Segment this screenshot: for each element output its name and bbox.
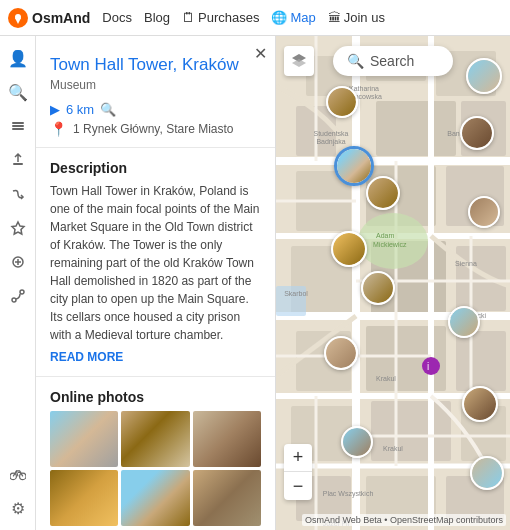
svg-marker-1 (15, 18, 21, 24)
photo-thumb-3[interactable] (193, 411, 261, 467)
description-text: Town Hall Tower in Kraków, Poland is one… (50, 182, 261, 344)
photos-section: Online photos SHOW ALL (97) (36, 381, 275, 530)
svg-rect-29 (456, 331, 506, 391)
svg-marker-71 (292, 59, 306, 67)
side-panel: ✕ Town Hall Tower, Kraków Museum ▶ 6 km … (36, 36, 276, 530)
sidebar-item-route[interactable] (4, 180, 32, 208)
svg-rect-5 (13, 163, 23, 165)
arrow-icon: ▶ (50, 102, 60, 117)
map-marker-4[interactable] (460, 116, 494, 150)
top-navigation: OsmAnd Docs Blog 🗒 Purchases 🌐 Map 🏛 Joi… (0, 0, 510, 36)
map-marker-9[interactable] (448, 306, 480, 338)
map-layers-button[interactable] (284, 46, 314, 76)
sidebar-item-profile[interactable]: 👤 (4, 44, 32, 72)
svg-text:Skarbol: Skarbol (284, 290, 308, 297)
svg-rect-2 (12, 122, 24, 124)
map-marker-11[interactable] (462, 386, 498, 422)
nav-join[interactable]: 🏛 Join us (328, 10, 385, 25)
logo-text: OsmAnd (32, 10, 90, 26)
distance-value: 6 km (66, 102, 94, 117)
description-section: Description Town Hall Tower in Kraków, P… (36, 152, 275, 372)
svg-text:Mickiewicz: Mickiewicz (373, 241, 407, 248)
map-label: Map (290, 10, 315, 25)
photo-thumb-5[interactable] (121, 470, 189, 526)
svg-point-56 (422, 357, 440, 375)
search-nearby-icon[interactable]: 🔍 (100, 102, 116, 117)
map-search-icon: 🔍 (347, 53, 364, 69)
map-marker-2[interactable] (326, 86, 358, 118)
svg-point-12 (10, 473, 16, 479)
icon-bar: 👤 🔍 ⚙ (0, 36, 36, 530)
svg-point-11 (20, 290, 24, 294)
sidebar-item-upload[interactable] (4, 146, 32, 174)
logo-icon (8, 8, 28, 28)
nav-purchases[interactable]: 🗒 Purchases (182, 10, 259, 25)
sidebar-item-track[interactable] (4, 282, 32, 310)
address-row: 📍 1 Rynek Główny, Stare Miasto (50, 121, 261, 137)
sidebar-item-favorites[interactable] (4, 214, 32, 242)
svg-rect-4 (12, 128, 24, 130)
svg-text:Adam: Adam (376, 232, 394, 239)
svg-rect-26 (456, 246, 506, 311)
location-pin-icon: 📍 (50, 121, 67, 137)
svg-text:Plac Wszystkich: Plac Wszystkich (323, 490, 374, 498)
sidebar-item-settings[interactable]: ⚙ (4, 494, 32, 522)
zoom-out-button[interactable]: − (284, 472, 312, 500)
svg-point-10 (12, 298, 16, 302)
map-marker-6[interactable] (468, 196, 500, 228)
photo-thumb-4[interactable] (50, 470, 118, 526)
logo[interactable]: OsmAnd (8, 8, 90, 28)
map-marker-1[interactable] (466, 58, 502, 94)
map-marker-8[interactable] (361, 271, 395, 305)
map-zoom-controls: + − (284, 444, 312, 500)
map-search-bar[interactable]: 🔍 Search (333, 46, 453, 76)
place-type: Museum (50, 78, 261, 92)
photo-thumb-6[interactable] (193, 470, 261, 526)
description-title: Description (50, 160, 261, 176)
map-marker-10[interactable] (324, 336, 358, 370)
divider-2 (36, 376, 275, 377)
svg-rect-31 (371, 401, 451, 461)
svg-marker-6 (12, 222, 24, 234)
svg-rect-3 (12, 125, 24, 127)
distance-row: ▶ 6 km 🔍 (50, 102, 261, 117)
join-label: Join us (344, 10, 385, 25)
sidebar-item-search[interactable]: 🔍 (4, 78, 32, 106)
nav-blog[interactable]: Blog (144, 10, 170, 25)
close-button[interactable]: ✕ (254, 44, 267, 63)
map-marker-12[interactable] (341, 426, 373, 458)
photos-title: Online photos (50, 389, 261, 405)
svg-text:Krakul: Krakul (376, 375, 396, 382)
nav-docs[interactable]: Docs (102, 10, 132, 25)
read-more-link[interactable]: READ MORE (50, 350, 261, 364)
svg-text:Sienna: Sienna (455, 260, 477, 267)
svg-text:Badnjaka: Badnjaka (316, 138, 345, 146)
map-marker-7[interactable] (331, 231, 367, 267)
photo-thumb-1[interactable] (50, 411, 118, 467)
map-marker-5[interactable] (366, 176, 400, 210)
sidebar-item-bike[interactable] (4, 460, 32, 488)
svg-text:Krakul: Krakul (383, 445, 403, 452)
map-search-text: Search (370, 53, 414, 69)
place-title: Town Hall Tower, Kraków (50, 54, 261, 76)
purchases-label: Purchases (198, 10, 259, 25)
svg-point-13 (19, 473, 25, 479)
map-marker-selected[interactable] (334, 146, 374, 186)
svg-text:i: i (427, 361, 429, 372)
sidebar-item-edit[interactable] (4, 248, 32, 276)
purchases-icon: 🗒 (182, 10, 195, 25)
photos-grid (50, 411, 261, 526)
map-marker-13[interactable] (470, 456, 504, 490)
place-info: Town Hall Tower, Kraków Museum (36, 36, 275, 92)
map-attribution: OsmAnd Web Beta • OpenStreetMap contribu… (302, 514, 506, 526)
svg-text:Studentska: Studentska (313, 130, 348, 137)
join-icon: 🏛 (328, 10, 341, 25)
zoom-in-button[interactable]: + (284, 444, 312, 472)
layers-icon (290, 52, 308, 70)
map-globe-icon: 🌐 (271, 10, 287, 25)
map-area[interactable]: Adam Mickiewicz i Katharina Kencowska St… (276, 36, 510, 530)
sidebar-item-layers[interactable] (4, 112, 32, 140)
address-text: 1 Rynek Główny, Stare Miasto (73, 122, 234, 136)
photo-thumb-2[interactable] (121, 411, 189, 467)
nav-map[interactable]: 🌐 Map (271, 10, 315, 25)
